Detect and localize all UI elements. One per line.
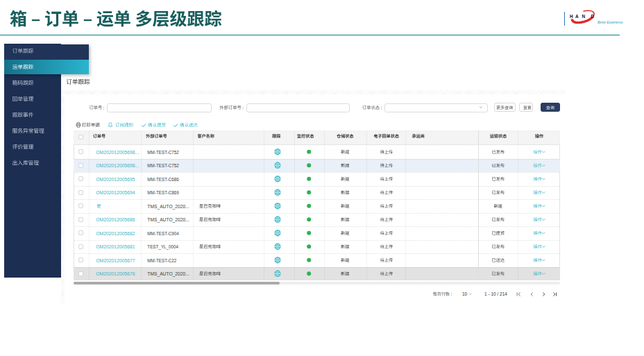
svg-text:Better Experience: Better Experience <box>598 21 623 24</box>
svg-text:HAND: HAND <box>570 14 595 19</box>
